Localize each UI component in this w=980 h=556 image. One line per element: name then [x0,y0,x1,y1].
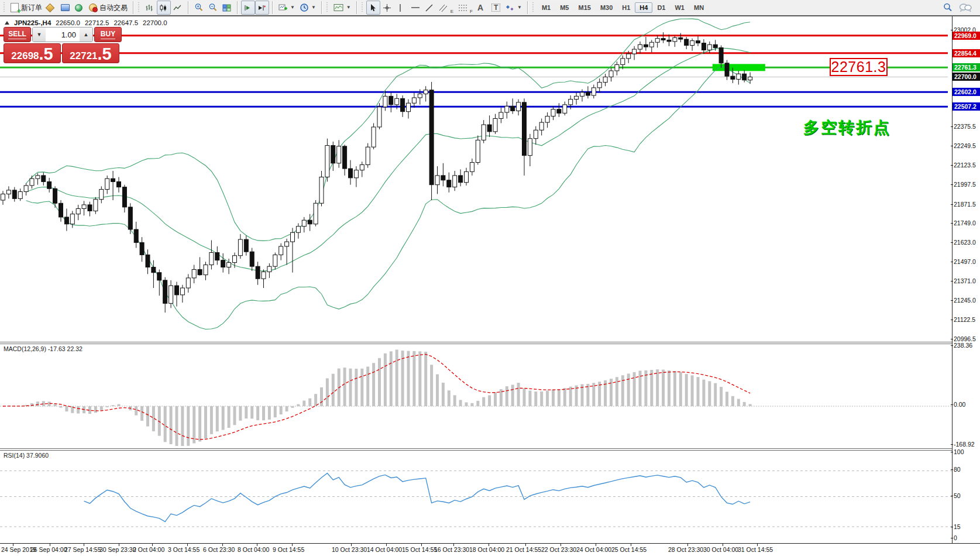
volume-value[interactable]: 1.00 [46,28,80,42]
trendline-icon [425,4,434,12]
fibo-subscript: F [470,9,473,14]
indicators-icon [278,4,288,12]
timeframe-m5-button[interactable]: M5 [555,2,573,13]
metaeditor-button[interactable] [44,1,59,15]
text-label-button[interactable]: T [489,1,503,15]
toolbar-drag-handle[interactable] [138,2,140,13]
trendline-button[interactable] [422,1,436,15]
autotrading-button[interactable]: 自动交易 [87,1,130,15]
auto-scroll-button[interactable] [241,1,255,15]
timeframe-d1-button[interactable]: D1 [652,2,670,13]
timeframe-m15-button[interactable]: M15 [573,2,595,13]
timeframe-h4-button[interactable]: H4 [635,2,652,13]
text-label-icon: T [491,4,500,12]
price-tick-label: 21371.0 [954,277,976,284]
cursor-button[interactable] [366,1,380,15]
buy-price-display[interactable]: 22721.5 [62,43,119,63]
timeframe-h1-button[interactable]: H1 [617,2,635,13]
signals-button[interactable] [73,1,87,15]
price-level-text-label[interactable]: 22761.3 [830,58,888,76]
sell-button[interactable]: SELL [4,27,31,42]
symbol-period-label: JPN225-,H4 [14,19,51,26]
sell-price-display[interactable]: 22698.5 [4,43,61,63]
equidistant-channel-icon [439,4,448,12]
toolbar-drag-handle[interactable] [532,2,535,13]
toolbar-separator [188,1,189,14]
time-label: 16 Oct 23:30 [434,546,469,553]
price-tick-label: 21997.5 [954,181,976,188]
candlestick-chart-button[interactable] [157,1,171,15]
price-axis[interactable]: 23002.022375.522249.522123.521997.521871… [952,16,980,543]
dropdown-arrow-icon: ▼ [290,5,295,10]
chat-icon[interactable] [959,2,972,13]
tile-windows-button[interactable] [220,1,234,15]
candlestick-chart-icon [159,4,168,12]
text-button[interactable]: A [475,1,489,15]
time-label: 10 Oct 23:30 [332,546,367,553]
dropdown-arrow-icon: ▼ [346,5,351,10]
vertical-line-button[interactable] [394,1,408,15]
toolbar-drag-handle[interactable] [4,2,6,13]
price-tick-label: 22123.5 [954,162,976,169]
rsi-axis-label: 50 [954,492,961,499]
toolbar-separator [237,1,238,14]
macd-axis-label: 0.00 [954,401,965,408]
macd-pane[interactable] [0,344,952,448]
channel-subscript: E [451,9,453,14]
rsi-value: 37.9060 [26,452,49,459]
indicators-button[interactable]: ▼ [276,1,297,15]
chart-shift-button[interactable] [255,1,269,15]
autotrading-icon [89,4,97,12]
time-label: 31 Oct 14:55 [738,546,773,553]
zoom-in-icon [194,3,204,12]
crosshair-button[interactable] [380,1,394,15]
equidistant-channel-button[interactable]: E [436,1,456,15]
text-icon: A [477,4,483,12]
market-watch-icon [61,4,70,11]
toolbar-separator [133,1,134,14]
autotrading-label: 自动交易 [99,3,128,13]
zoom-out-button[interactable] [206,1,220,15]
toolbar-separator [356,1,357,14]
zoom-in-button[interactable] [192,1,206,15]
time-axis[interactable]: 24 Sep 201926 Sep 04:0027 Sep 14:5530 Se… [0,543,980,556]
price-tick-label: 22375.5 [954,123,976,130]
timeframe-mn-button[interactable]: MN [689,2,709,13]
fibonacci-button[interactable]: F [456,1,475,15]
rsi-pane[interactable] [0,451,952,543]
one-click-trading-panel: SELL ▼ 1.00 ▲ BUY 22698.5 22721.5 [4,27,122,63]
toolbar-separator [527,1,528,14]
chart-annotation-text[interactable]: 多空转折点 [803,117,891,138]
volume-decrease-button[interactable]: ▼ [33,28,46,42]
macd-axis-label: 238.36 [954,342,972,349]
new-order-label: 新订单 [21,3,42,13]
volume-increase-button[interactable]: ▲ [80,28,92,42]
collapse-icon[interactable] [5,21,9,25]
toolbar-separator [321,1,322,14]
price-tick-label: 21871.5 [954,201,976,208]
time-label: 8 Oct 04:00 [238,546,269,553]
price-level-badge: 22969.0 [953,32,980,40]
timeframe-group: M1M5M15M30H1H4D1W1MN [537,0,709,16]
horizontal-line-button[interactable] [408,1,422,15]
main-chart-pane[interactable] [0,16,952,342]
arrows-button[interactable]: ▼ [503,1,524,15]
market-watch-button[interactable] [59,1,73,15]
search-icon[interactable] [943,2,953,13]
timeframe-m1-button[interactable]: M1 [537,2,555,13]
time-label: 27 Sep 14:55 [64,546,101,553]
toolbar: 新订单 自动交易 [0,0,980,16]
line-chart-button[interactable] [171,1,185,15]
periods-button[interactable]: ▼ [297,1,318,15]
new-order-button[interactable]: 新订单 [8,1,44,15]
toolbar-drag-handle[interactable] [362,2,364,13]
bar-chart-button[interactable] [143,1,157,15]
buy-button[interactable]: BUY [94,27,122,42]
macd-main-value: -17.63 [48,345,66,352]
indicator-windows-button[interactable]: ▼ [331,1,353,15]
timeframe-m30-button[interactable]: M30 [596,2,617,13]
timeframe-w1-button[interactable]: W1 [670,2,689,13]
toolbar-drag-handle[interactable] [326,2,329,13]
price-tick-label: 21623.0 [954,239,976,246]
macd-label: MACD(12,26,9) -17.63 22.32 [4,345,82,352]
